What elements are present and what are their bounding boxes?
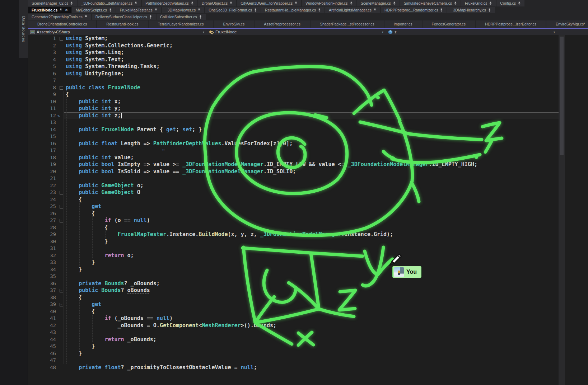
tab-enviroskymgr-cs[interactable]: EnviroSkyMgr.cs: [546, 20, 588, 28]
code-line-35[interactable]: 35: [28, 273, 559, 280]
tab-restauranthook-cs[interactable]: RestaurantHook.cs: [97, 20, 148, 28]
tab-scenemanager-02-cs[interactable]: SceneManager_02.cs: [28, 0, 77, 6]
code-line-22[interactable]: 22 public GameObject o;: [28, 182, 559, 189]
pin-icon[interactable]: [454, 1, 457, 5]
fold-collapse-icon[interactable]: −: [60, 191, 63, 194]
pin-icon[interactable]: [440, 8, 443, 12]
code-line-39[interactable]: 39− get: [28, 301, 559, 308]
tab-shaderpackage-stprocessor-cs[interactable]: ShaderPackage...stProcessor.cs: [311, 20, 384, 28]
member-dropdown-chevron-icon[interactable]: ▾: [554, 30, 555, 34]
code-line-7[interactable]: 7: [28, 77, 559, 84]
code-line-10[interactable]: 10 public int x;: [28, 98, 559, 105]
fold-collapse-icon[interactable]: −: [60, 303, 63, 306]
code-line-15[interactable]: 15: [28, 133, 559, 140]
code-line-29[interactable]: 29 FruxelMapTester.Instance.BuildNode(x,…: [28, 231, 559, 238]
code-line-20[interactable]: 20 public bool IsSolid => value == _3DFo…: [28, 168, 559, 175]
pin-icon[interactable]: [488, 8, 491, 12]
project-dropdown[interactable]: Assembly-CSharp: [30, 30, 70, 34]
code-line-42[interactable]: 42 _oBounds = O.GetComponent<MeshRendere…: [28, 322, 559, 329]
code-line-40[interactable]: 40 {: [28, 308, 559, 315]
code-line-33[interactable]: 33 }: [28, 259, 559, 266]
code-line-5[interactable]: 5using System.Threading.Tasks;: [28, 63, 559, 70]
pin-icon[interactable]: [294, 1, 298, 5]
code-line-32[interactable]: 32 return o;: [28, 252, 559, 259]
code-line-44[interactable]: 44 return _oBounds;: [28, 336, 559, 343]
code-line-18[interactable]: 18 public int value;: [28, 154, 559, 161]
tab-envirosky-cs[interactable]: EnviroSky.cs: [214, 20, 254, 28]
tab-fruxelgrid-cs[interactable]: FruxelGrid.cs: [461, 0, 496, 6]
fold-collapse-icon[interactable]: −: [60, 289, 63, 292]
tab-deliverysurfaceclasshelper-cs[interactable]: DeliverySurfaceClassHelper.cs: [92, 14, 156, 20]
pin-icon[interactable]: [373, 8, 377, 12]
fold-collapse-icon[interactable]: −: [60, 86, 63, 90]
member-dropdown[interactable]: z: [388, 30, 397, 34]
code-line-37[interactable]: 37− public Bounds? oBounds: [28, 287, 559, 294]
pin-icon[interactable]: [134, 1, 137, 5]
scrollbar-thumb[interactable]: [560, 37, 564, 155]
tab-fruxelnode-cs[interactable]: FruxelNode.cs✕: [28, 7, 71, 13]
code-line-28[interactable]: 28 {: [28, 224, 559, 231]
pin-icon[interactable]: [59, 8, 62, 12]
code-line-19[interactable]: 19 public bool IsEmpty => value >= _3DFo…: [28, 161, 559, 168]
fold-collapse-icon[interactable]: −: [60, 219, 63, 222]
tab-citygen3dgen-torwrapper-cs[interactable]: CityGen3DGen...torWrapper.cs: [237, 0, 301, 6]
code-line-43[interactable]: 43: [28, 329, 559, 336]
code-line-3[interactable]: 3using System.Linq;: [28, 49, 559, 56]
code-line-34[interactable]: 34 }: [28, 266, 559, 273]
fold-collapse-icon[interactable]: −: [60, 205, 63, 208]
tab-close-icon[interactable]: ✕: [65, 8, 68, 12]
pin-icon[interactable]: [197, 8, 201, 12]
pin-icon[interactable]: [109, 8, 112, 12]
tab-assetpreprocessor-cs[interactable]: AssetPreprocessor.cs: [255, 20, 310, 28]
tab-fruxelmaptester-cs[interactable]: FruxelMapTester.cs: [116, 7, 161, 13]
tab-importer-cs[interactable]: Importer.cs: [384, 20, 422, 28]
tab-config-cs[interactable]: Config.cs: [496, 0, 524, 6]
pin-icon[interactable]: [191, 1, 194, 5]
code-line-14[interactable]: 14 public FruxelNode Parent { get; set; …: [28, 126, 559, 133]
code-line-9[interactable]: 9{: [28, 91, 559, 98]
code-line-31[interactable]: 31: [28, 245, 559, 252]
tab-overflow-chevron-icon[interactable]: ▾: [583, 22, 585, 25]
pin-icon[interactable]: [393, 1, 396, 5]
code-line-30[interactable]: 30 }: [28, 238, 559, 245]
tab-fencesgenerator-cs[interactable]: FencesGenerator.cs: [423, 20, 475, 28]
code-line-45[interactable]: 45 }: [28, 343, 559, 350]
code-line-21[interactable]: 21: [28, 175, 559, 182]
code-line-26[interactable]: 26 {: [28, 210, 559, 217]
tab-artificiallightsmanager-cs[interactable]: ArtificialLightsManager.cs: [325, 7, 380, 13]
tab-generator2exportmaptools-cs[interactable]: Generator2ExportMapTools.cs: [28, 14, 91, 20]
tab-terrainlayerrandomizer-cs[interactable]: TerrainLayerRandomizer.cs: [149, 20, 213, 28]
data-sources-panel-tab[interactable]: Data Sources: [19, 0, 28, 58]
pin-icon[interactable]: [254, 8, 257, 12]
code-editor[interactable]: 1−using System;2using System.Collections…: [28, 35, 588, 385]
tab-droneorientationcontroller-cs[interactable]: DroneOrientationController.cs: [28, 20, 96, 28]
tab-simulatedfisheyecamera-cs[interactable]: SimulatedFisheyeCamera.cs: [400, 0, 461, 6]
type-dropdown[interactable]: FruxelNode: [209, 30, 237, 34]
type-dropdown-chevron-icon[interactable]: ▾: [382, 30, 383, 34]
tab--3dfoundatio-delmanager-cs[interactable]: _3DFoundatio...delManager.cs: [78, 0, 141, 6]
code-line-2[interactable]: 2using System.Collections.Generic;: [28, 42, 559, 50]
project-dropdown-chevron-icon[interactable]: ▾: [203, 30, 204, 34]
pin-icon[interactable]: [350, 1, 353, 5]
pin-icon[interactable]: [318, 8, 321, 12]
tab-onesec3d-fileformat-cs[interactable]: OneSec3D_FileFormat.cs: [205, 7, 261, 13]
pin-icon[interactable]: [518, 1, 521, 5]
tab-windowpositionfinder-cs[interactable]: WindowPositionFinder.cs: [302, 0, 356, 6]
tab-hdrppostproce-izereditor-cs[interactable]: HDRPPostproce...izerEditor.cs: [476, 20, 546, 28]
tab-droneobject-cs[interactable]: DroneObject.cs: [198, 0, 236, 6]
pin-icon[interactable]: [70, 1, 73, 5]
code-line-27[interactable]: 27− if (o == null): [28, 217, 559, 224]
code-line-13[interactable]: 13: [28, 119, 559, 126]
code-line-4[interactable]: 4using System.Text;: [28, 56, 559, 64]
fold-collapse-icon[interactable]: −: [60, 37, 63, 41]
code-line-36[interactable]: 36 private Bounds? _oBounds;: [28, 280, 559, 287]
tab-collisionsubscriber-cs[interactable]: CollisionSubscriber.cs: [157, 14, 206, 20]
code-line-11[interactable]: 11 public int y;: [28, 105, 559, 112]
code-line-23[interactable]: 23− public GameObject O: [28, 189, 559, 196]
code-line-24[interactable]: 24 {: [28, 196, 559, 203]
code-line-8[interactable]: 8−public class FruxelNode: [28, 84, 559, 91]
pin-icon[interactable]: [84, 15, 88, 19]
code-line-25[interactable]: 25− get: [28, 203, 559, 210]
code-line-6[interactable]: 6using UnityEngine;: [28, 70, 559, 78]
pin-icon[interactable]: [149, 15, 152, 19]
